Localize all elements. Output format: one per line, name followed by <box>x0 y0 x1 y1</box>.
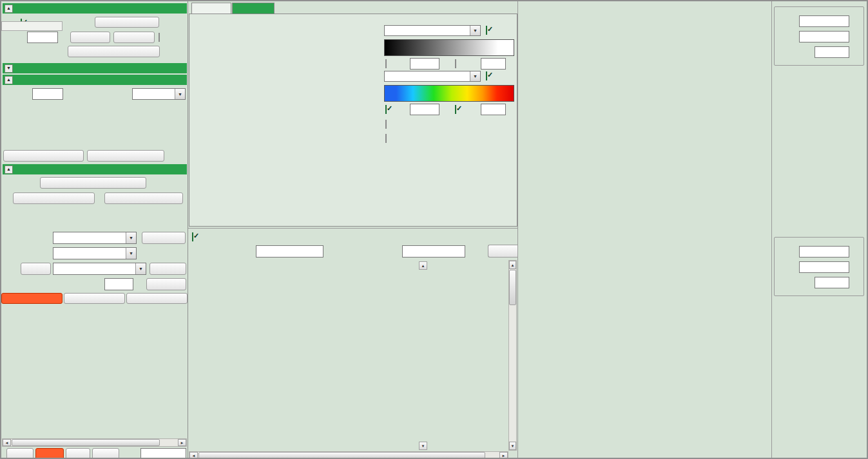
chevron-down-icon[interactable]: ▼ <box>135 263 146 274</box>
scroll-down-icon[interactable]: ▼ <box>509 442 516 450</box>
roi-number-field[interactable] <box>27 32 58 43</box>
scrollbar-thumb[interactable] <box>509 270 516 305</box>
section-header-frame[interactable]: ▼ <box>3 63 187 73</box>
tab-fret-image[interactable] <box>232 3 275 14</box>
scroll-up-icon[interactable]: ▲ <box>509 261 516 269</box>
efret-smpl-field[interactable] <box>815 46 849 58</box>
channel2-max-spinner[interactable] <box>506 104 514 115</box>
fit-horizontal-scrollbar[interactable]: ◄ ► <box>189 451 508 459</box>
efret-smpl-spinner[interactable] <box>849 46 858 58</box>
scroll-right-icon[interactable]: ► <box>499 452 508 459</box>
channel1-max-spinner[interactable] <box>506 58 514 70</box>
scrollbar-thumb[interactable] <box>198 452 485 459</box>
distance-smpl-spinner[interactable] <box>849 277 858 288</box>
distance-min-spinner[interactable] <box>849 246 858 258</box>
irf-import-button[interactable] <box>21 263 51 275</box>
channel2-min-field[interactable] <box>410 104 439 115</box>
fit-button[interactable] <box>66 448 90 459</box>
fit-all-button[interactable] <box>92 448 119 459</box>
chevron-down-icon[interactable]: ▼ <box>126 248 136 259</box>
efret-max-spinner[interactable] <box>849 31 858 42</box>
n-field[interactable] <box>104 278 133 290</box>
load-rois-button[interactable] <box>95 17 159 28</box>
events-gradient-bar[interactable] <box>384 39 514 56</box>
efret-min-field[interactable] <box>799 15 849 27</box>
initial-fit-button[interactable] <box>35 448 64 459</box>
channel2-max-field[interactable] <box>481 104 506 115</box>
decay-dropdown[interactable]: ▼ <box>53 247 137 259</box>
smoothing-checkbox[interactable] <box>385 135 387 142</box>
upper-boundary-field[interactable] <box>402 245 465 258</box>
apply-limits-checkbox[interactable] <box>192 233 193 241</box>
irf-for-all-button[interactable] <box>146 278 186 290</box>
chevron-down-icon[interactable]: ▼ <box>175 89 185 99</box>
n-spinner[interactable] <box>133 278 142 290</box>
collapse-icon[interactable]: ▲ <box>5 76 13 84</box>
distance-max-spinner[interactable] <box>849 261 858 273</box>
fret-image[interactable] <box>192 23 378 209</box>
efret-min-spinner[interactable] <box>849 15 858 27</box>
tab-flim-image[interactable] <box>191 3 231 14</box>
scroll-right-icon[interactable]: ► <box>178 439 186 446</box>
export-clipboard-button[interactable] <box>126 293 188 304</box>
scrollbar-thumb[interactable] <box>12 439 160 446</box>
binning-field[interactable] <box>32 88 63 100</box>
channel1-max-checkbox[interactable] <box>455 60 456 68</box>
collapse-icon[interactable]: ▼ <box>5 64 13 73</box>
calculate-fastflim-button[interactable] <box>3 150 84 162</box>
channel2-max-checkbox[interactable] <box>455 106 456 113</box>
chevron-down-icon[interactable]: ▼ <box>470 26 480 35</box>
help-button[interactable] <box>142 232 186 244</box>
export-ascii-button[interactable] <box>64 293 125 304</box>
efret-max-field[interactable] <box>799 31 849 42</box>
irf-dropdown[interactable]: ▼ <box>53 263 146 275</box>
left-horizontal-scrollbar[interactable]: ◄ ► <box>2 438 187 447</box>
new-roi-button[interactable] <box>70 32 110 43</box>
section-header-file[interactable]: ▲ <box>3 164 187 174</box>
scroll-down-icon[interactable]: ▼ <box>419 442 427 450</box>
roi-from-threshold-button[interactable] <box>68 46 160 57</box>
binning-spinner[interactable] <box>63 88 72 100</box>
channel2-dropdown[interactable]: ▼ <box>384 71 481 82</box>
scroll-left-icon[interactable]: ◄ <box>3 439 11 446</box>
save-result-button[interactable] <box>40 177 146 189</box>
scroll-left-icon[interactable]: ◄ <box>189 452 198 459</box>
section-header-roi[interactable]: ▲ <box>3 3 187 14</box>
channel1-min-field[interactable] <box>410 58 439 70</box>
roi-spinner[interactable] <box>58 32 66 43</box>
upper-boundary-spinner[interactable] <box>465 245 474 258</box>
collapse-icon[interactable]: ▲ <box>5 165 13 174</box>
save-defaults-button[interactable] <box>13 192 95 204</box>
channel1-dropdown[interactable]: ▼ <box>384 25 481 36</box>
optimized-rainbow-checkbox[interactable] <box>385 120 387 128</box>
irf-remove-button[interactable] <box>149 263 186 275</box>
channel1-min-spinner[interactable] <box>439 58 448 70</box>
scroll-up-icon[interactable]: ▲ <box>419 261 427 270</box>
chevron-down-icon[interactable]: ▼ <box>126 232 136 243</box>
lower-boundary-field[interactable] <box>256 245 323 258</box>
show-all-rois-checkbox[interactable] <box>159 33 160 41</box>
lower-boundary-spinner[interactable] <box>323 245 332 258</box>
channel1-min-checkbox[interactable] <box>385 60 387 68</box>
tcspc-binning-dropdown[interactable]: ▼ <box>132 88 186 100</box>
restore-defaults-button[interactable] <box>104 192 183 204</box>
time-gate-plot[interactable] <box>3 109 186 133</box>
reset-range-button[interactable] <box>488 245 517 258</box>
clear-button[interactable] <box>6 448 34 459</box>
channel2-min-checkbox[interactable] <box>385 106 387 113</box>
fitting-model-dropdown[interactable]: ▼ <box>53 232 137 244</box>
rainbow-gradient-bar[interactable] <box>384 85 514 102</box>
channel2-min-spinner[interactable] <box>439 104 448 115</box>
channel1-active-checkbox[interactable] <box>486 26 487 34</box>
fit-vertical-scrollbar[interactable]: ▲ ▼ <box>508 260 517 451</box>
remove-roi-button[interactable] <box>113 32 155 43</box>
section-header-fret[interactable]: ▲ <box>3 75 187 85</box>
calculate-fret-button[interactable] <box>87 150 164 162</box>
channel2-active-checkbox[interactable] <box>486 72 487 80</box>
distance-min-field[interactable] <box>799 246 849 258</box>
distance-smpl-field[interactable] <box>815 277 849 288</box>
channel1-max-field[interactable] <box>481 58 506 70</box>
show-all-params-button[interactable] <box>1 293 63 304</box>
distance-max-field[interactable] <box>799 261 849 273</box>
collapse-icon[interactable]: ▲ <box>5 5 13 13</box>
